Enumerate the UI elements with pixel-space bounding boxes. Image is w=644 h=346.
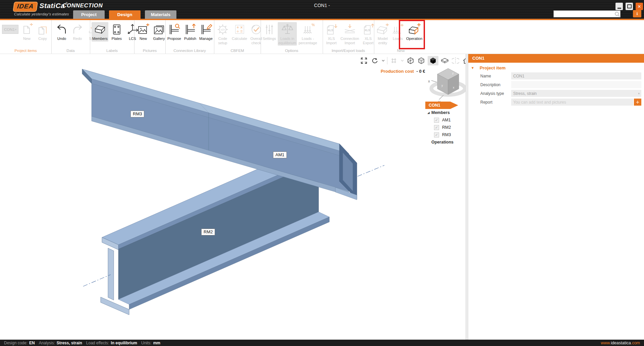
svg-text:÷: ÷	[237, 29, 239, 34]
rotate-options-chevron[interactable]	[381, 56, 385, 65]
mirror-view-button[interactable]	[451, 56, 460, 65]
gallery-icon	[152, 23, 166, 36]
ribbon-button-settings[interactable]: Settings	[262, 22, 277, 42]
home-view-button[interactable]	[462, 56, 466, 65]
checkbox-rm2[interactable]: ✓	[434, 125, 439, 130]
ribbon-button-loads-in-equilibrium[interactable]: Loads in equilibrium	[278, 22, 297, 46]
copy-icon	[36, 23, 49, 36]
ribbon-button-new-item[interactable]: New	[19, 22, 34, 42]
ribbon-button-publish[interactable]: Publish	[183, 22, 198, 42]
tree-item-rm2[interactable]: ✓ RM2	[425, 124, 463, 131]
name-field[interactable]: CON1	[511, 72, 641, 79]
search-input[interactable]	[554, 11, 614, 16]
ribbon-group-import-export: XLS XLS Import Connection Import	[323, 20, 374, 54]
ribbon-button-propose[interactable]: Propose	[167, 22, 182, 42]
tree-root-con1[interactable]: CON1	[425, 102, 458, 109]
checkbox-am1[interactable]: ✓	[434, 118, 439, 123]
status-analysis: Analysis: Stress, strain	[39, 341, 82, 345]
status-load-effects: Load effects: In equilibrium	[86, 341, 137, 345]
zoom-fit-button[interactable]	[360, 56, 368, 65]
website-link[interactable]: www.ideastatica.com	[601, 341, 640, 345]
project-item-combo[interactable]: CON1 ▾	[2, 25, 18, 34]
tab-project[interactable]: Project	[73, 10, 105, 19]
ribbon-button-operation[interactable]: Operation	[406, 22, 423, 42]
ribbon-button-loads-percentage[interactable]: % Loads - percentage	[298, 22, 318, 46]
manage-icon	[199, 23, 213, 36]
report-add-button[interactable]: +	[634, 99, 641, 106]
rotate-view-button[interactable]	[370, 56, 379, 65]
ribbon-button-gallery[interactable]: Gallery	[152, 22, 166, 42]
calculate-icon: +× ÷=	[233, 23, 246, 36]
tree-item-am1[interactable]: ✓ AM1	[425, 116, 463, 124]
production-cost-value: - 0 €	[417, 69, 425, 74]
solid-view-button[interactable]	[428, 56, 438, 65]
wireframe-view-button[interactable]	[406, 56, 415, 65]
xls-export-icon: XLS	[362, 23, 375, 36]
ribbon-button-picture-new[interactable]: New	[136, 22, 151, 42]
ribbon-button-members[interactable]: Members	[92, 22, 108, 42]
tab-materials[interactable]: Materials	[145, 10, 176, 19]
svg-text:XLS: XLS	[328, 28, 333, 32]
minimize-button[interactable]	[615, 3, 623, 10]
panel-header: CON1	[468, 54, 644, 63]
close-button[interactable]: ✕	[636, 3, 643, 10]
description-field[interactable]	[511, 81, 641, 88]
svg-text:XLS: XLS	[364, 28, 370, 32]
selection-options-chevron[interactable]	[400, 56, 404, 65]
ribbon-button-model-entity[interactable]: Model entity	[375, 22, 390, 46]
ribbon-button-loads-new[interactable]: Loads	[390, 22, 405, 42]
ribbon-button-code-setup[interactable]: </> Code setup	[215, 22, 230, 46]
selection-rect-button[interactable]	[389, 56, 398, 65]
app-name: CONNECTION	[62, 2, 103, 9]
group-label-connection-library: Connection Library	[165, 49, 214, 53]
project-item-combo-value: CON1	[4, 27, 15, 32]
ribbon-button-redo[interactable]: Redo	[70, 22, 85, 42]
new-item-icon	[20, 23, 34, 36]
statica-logo-text: StatiCa	[39, 2, 65, 10]
ribbon-button-copy-item[interactable]: Copy	[35, 22, 50, 42]
ribbon-group-labels: Members Plates	[90, 20, 135, 54]
ribbon-button-manage[interactable]: Manage	[199, 22, 213, 42]
member-label-rm2[interactable]: RM2	[201, 229, 215, 235]
checkbox-rm3[interactable]: ✓	[434, 132, 439, 137]
group-label-cbfem: CBFEM	[214, 49, 261, 53]
info-button[interactable]: i	[633, 10, 641, 17]
redo-icon	[71, 23, 84, 36]
model-tree: CON1 ◢ Members ✓ AM1 ✓ RM2 ✓ RM3 Operati…	[425, 102, 463, 146]
loads-in-equilibrium-icon	[281, 23, 294, 36]
tree-node-members[interactable]: ◢ Members	[425, 109, 463, 116]
panel-splitter[interactable]	[466, 54, 468, 340]
toolbar-divider	[387, 57, 387, 64]
member-label-rm3[interactable]: RM3	[130, 111, 144, 117]
ribbon-button-undo[interactable]: Undo	[54, 22, 69, 42]
svg-text:%: %	[312, 23, 315, 27]
analysis-type-dropdown[interactable]: Stress, strain ▾	[511, 90, 641, 97]
ribbon-button-xls-import[interactable]: XLS XLS Import	[324, 22, 339, 46]
group-label-data: Data	[51, 49, 90, 53]
ribbon-button-calculate[interactable]: +× ÷= Calculate	[231, 22, 248, 42]
collapse-triangle-icon[interactable]: ▼	[471, 66, 474, 70]
tab-design[interactable]: Design	[109, 10, 141, 19]
search-box[interactable]	[553, 10, 621, 17]
dropdown-caret-icon: ▾	[638, 92, 640, 95]
section-project-item[interactable]: ▼ Project item	[471, 65, 644, 70]
loads-new-icon	[391, 23, 405, 36]
shaded-view-button[interactable]	[417, 56, 426, 65]
plate-view-button[interactable]	[440, 56, 449, 65]
ribbon-button-connection-import[interactable]: Connection Import	[340, 22, 360, 46]
expander-icon[interactable]: ◢	[427, 111, 431, 114]
tree-node-operations[interactable]: Operations	[425, 138, 463, 146]
group-label-options: Options	[261, 49, 323, 53]
ribbon-button-plates[interactable]: Plates	[109, 22, 124, 42]
operation-icon	[408, 23, 421, 36]
tree-item-rm3[interactable]: ✓ RM3	[425, 131, 463, 138]
viewport-toolbar	[360, 56, 466, 65]
window-title: CON1 -	[314, 3, 330, 8]
svg-text:z: z	[452, 72, 454, 75]
ribbon-button-xls-export[interactable]: XLS XLS Export	[361, 22, 376, 46]
group-label-project-items: Project items	[0, 49, 51, 53]
report-field[interactable]: You can add text and pictures	[511, 99, 633, 106]
member-label-am1[interactable]: AM1	[273, 152, 287, 158]
maximize-button[interactable]	[626, 3, 633, 10]
viewport-3d[interactable]: z y x x Y RM3 AM1 RM2	[0, 54, 466, 340]
